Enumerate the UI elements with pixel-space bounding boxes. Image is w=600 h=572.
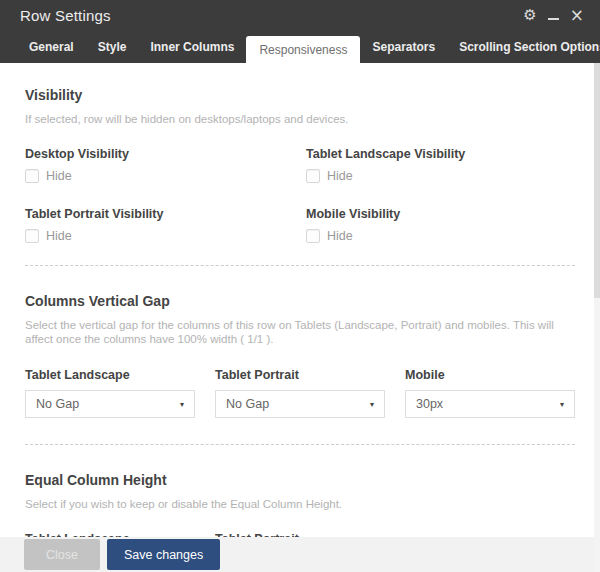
columns-vertical-gap-title: Columns Vertical Gap — [25, 293, 575, 309]
tab-responsiveness[interactable]: Responsiveness — [246, 36, 360, 63]
field-gap-mobile: Mobile 30px ▾ — [405, 368, 575, 418]
gear-icon[interactable]: ⚙ — [523, 8, 536, 23]
window-controls: ⚙ × — [523, 7, 584, 24]
field-tablet-landscape-visibility: Tablet Landscape Visibility Hide — [306, 147, 575, 183]
visibility-grid: Desktop Visibility Hide Tablet Landscape… — [25, 147, 575, 243]
field-gap-tablet-portrait: Tablet Portrait No Gap ▾ — [215, 368, 385, 418]
field-gap-tablet-landscape: Tablet Landscape No Gap ▾ — [25, 368, 195, 418]
select-value: 30px — [416, 397, 443, 411]
visibility-description: If selected, row will be hidden on deskt… — [25, 112, 575, 126]
tab-general[interactable]: General — [17, 31, 86, 63]
section-visibility: Visibility If selected, row will be hidd… — [25, 87, 575, 243]
section-divider — [25, 265, 575, 266]
save-changes-button[interactable]: Save changes — [107, 539, 220, 570]
chevron-down-icon: ▾ — [560, 400, 564, 409]
checkbox-label[interactable]: Hide — [327, 169, 353, 183]
page-title: Row Settings — [20, 7, 523, 24]
checkbox-label[interactable]: Hide — [46, 169, 72, 183]
tablet-landscape-gap-select[interactable]: No Gap ▾ — [25, 390, 195, 418]
checkbox-row: Hide — [25, 229, 306, 243]
field-mobile-visibility: Mobile Visibility Hide — [306, 207, 575, 243]
modal-footer: Close Save changes — [0, 537, 600, 572]
checkbox-row: Hide — [306, 169, 575, 183]
mobile-hide-checkbox[interactable] — [306, 229, 320, 243]
field-tablet-portrait-visibility: Tablet Portrait Visibility Hide — [25, 207, 306, 243]
tab-style[interactable]: Style — [86, 31, 139, 63]
close-button[interactable]: Close — [24, 539, 100, 570]
section-equal-column-height: Equal Column Height Select if you wish t… — [25, 472, 575, 546]
tab-content-responsiveness: Visibility If selected, row will be hidd… — [0, 87, 600, 546]
scrollbar-track[interactable] — [594, 63, 600, 572]
field-label: Mobile — [405, 368, 575, 382]
field-label: Tablet Landscape — [25, 368, 195, 382]
modal-titlebar: Row Settings ⚙ × — [0, 0, 600, 31]
section-columns-vertical-gap: Columns Vertical Gap Select the vertical… — [25, 293, 575, 418]
close-icon[interactable]: × — [570, 7, 584, 24]
checkbox-row: Hide — [306, 229, 575, 243]
field-desktop-visibility: Desktop Visibility Hide — [25, 147, 306, 183]
columns-vertical-gap-grid: Tablet Landscape No Gap ▾ Tablet Portrai… — [25, 368, 575, 418]
section-divider — [25, 444, 575, 445]
tab-scrolling-section-options[interactable]: Scrolling Section Options — [447, 31, 600, 63]
field-label: Tablet Portrait Visibility — [25, 207, 306, 221]
chevron-down-icon: ▾ — [370, 400, 374, 409]
tablet-portrait-hide-checkbox[interactable] — [25, 229, 39, 243]
select-value: No Gap — [226, 397, 269, 411]
settings-tabbar: General Style Inner Columns Responsivene… — [0, 31, 600, 63]
chevron-down-icon: ▾ — [180, 400, 184, 409]
tablet-landscape-hide-checkbox[interactable] — [306, 169, 320, 183]
tablet-portrait-gap-select[interactable]: No Gap ▾ — [215, 390, 385, 418]
visibility-title: Visibility — [25, 87, 575, 103]
desktop-hide-checkbox[interactable] — [25, 169, 39, 183]
select-value: No Gap — [36, 397, 79, 411]
equal-column-height-description: Select if you wish to keep or disable th… — [25, 497, 575, 511]
field-label: Mobile Visibility — [306, 207, 575, 221]
field-label: Tablet Portrait — [215, 368, 385, 382]
columns-vertical-gap-description: Select the vertical gap for the columns … — [25, 318, 575, 346]
field-label: Tablet Landscape Visibility — [306, 147, 575, 161]
checkbox-label[interactable]: Hide — [46, 229, 72, 243]
minimize-icon[interactable] — [548, 11, 559, 20]
tab-separators[interactable]: Separators — [360, 31, 447, 63]
mobile-gap-select[interactable]: 30px ▾ — [405, 390, 575, 418]
checkbox-row: Hide — [25, 169, 306, 183]
field-label: Desktop Visibility — [25, 147, 306, 161]
equal-column-height-title: Equal Column Height — [25, 472, 575, 488]
checkbox-label[interactable]: Hide — [327, 229, 353, 243]
scrollbar-thumb[interactable] — [594, 63, 600, 298]
tab-inner-columns[interactable]: Inner Columns — [138, 31, 246, 63]
